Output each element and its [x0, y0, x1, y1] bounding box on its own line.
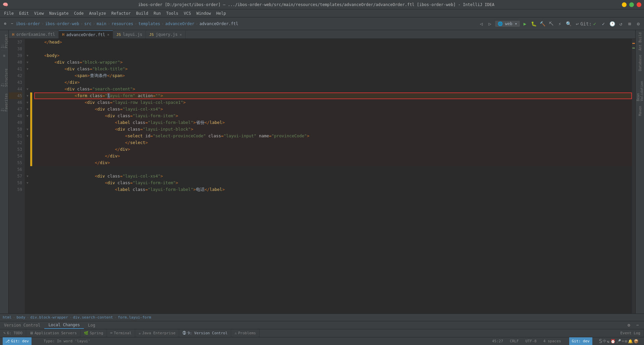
taskbar-problems[interactable]: ⚠ Problems: [231, 329, 260, 337]
taskbar-terminal[interactable]: ⌨ Terminal: [107, 329, 136, 337]
bottom-tab-log[interactable]: Log: [84, 322, 99, 329]
fold-btn-44[interactable]: ▼: [25, 86, 30, 92]
menu-navigate[interactable]: Navigate: [47, 10, 71, 16]
git-branch-bar[interactable]: Git: dev: [569, 337, 592, 345]
menu-file[interactable]: File: [1, 10, 16, 16]
build-button[interactable]: 🔨: [539, 20, 546, 27]
typo-warning[interactable]: Typo: In word 'layui': [42, 339, 92, 344]
profiler-button[interactable]: ⚡: [556, 20, 564, 27]
fold-btn-47[interactable]: ▼: [25, 106, 30, 113]
indent-settings[interactable]: 4 spaces: [542, 339, 562, 344]
maximize-button[interactable]: □: [629, 2, 634, 7]
tab-jqueryjs-close[interactable]: ✕: [179, 32, 182, 37]
vc-settings[interactable]: ⚙: [625, 322, 633, 329]
right-scrollbar[interactable]: [632, 39, 635, 314]
status-icon-4[interactable]: ⏰: [610, 339, 615, 344]
right-tab-database[interactable]: Database: [636, 53, 644, 73]
menu-help[interactable]: Help: [214, 10, 229, 16]
sidebar-icon-structure[interactable]: Z: Structure: [1, 67, 8, 87]
menu-build[interactable]: Build: [133, 10, 151, 16]
path-html[interactable]: html: [3, 315, 12, 320]
menu-tools[interactable]: Tools: [164, 10, 181, 16]
git-status[interactable]: ⎇ Git: dev: [3, 337, 32, 345]
run-button[interactable]: ▶: [521, 20, 529, 27]
code-content[interactable]: </head> <body> <div class="block-wrapper…: [33, 39, 632, 314]
git-button[interactable]: Git:: [582, 20, 590, 27]
tab-advanceorder[interactable]: H advanceOrder.ftl ✕: [59, 30, 113, 39]
search-button[interactable]: 🔍: [565, 20, 572, 27]
path-body[interactable]: body: [16, 315, 25, 320]
breadcrumb-resources[interactable]: resources: [111, 21, 133, 26]
sidebar-icon-project[interactable]: 1: Project: [1, 31, 8, 48]
coverage-button[interactable]: ⛏: [547, 20, 555, 27]
fold-btn-41[interactable]: ▼: [25, 66, 30, 72]
run-config-selector[interactable]: 🌐 web ▾: [495, 21, 520, 27]
taskbar-spring[interactable]: 🌿 Spring: [80, 329, 107, 337]
close-button[interactable]: ✕: [637, 2, 641, 7]
fold-btn-48[interactable]: ▼: [25, 113, 30, 119]
fold-btn-50[interactable]: ▼: [25, 126, 30, 133]
status-icon-3[interactable]: ☯: [607, 339, 609, 344]
debug-button[interactable]: 🐛: [530, 20, 537, 27]
menu-code[interactable]: Code: [71, 10, 87, 16]
taskbar-appservers[interactable]: 🖥 Application Servers: [26, 329, 80, 337]
breadcrumb-src[interactable]: src: [84, 21, 92, 26]
breadcrumb-templates[interactable]: templates: [138, 21, 160, 26]
fold-btn-55[interactable]: [25, 159, 30, 166]
taskbar-version-control[interactable]: ⓽ 9: Version Control: [179, 329, 231, 337]
tab-advanceorder-close[interactable]: ✕: [107, 32, 109, 37]
taskbar-java-enterprise[interactable]: ☕ Java Enterprise: [135, 329, 179, 337]
fold-btn-37[interactable]: [25, 39, 30, 46]
fold-btn-54[interactable]: [25, 153, 30, 159]
menu-vcs[interactable]: VCS: [181, 10, 194, 16]
status-icon-1[interactable]: S: [599, 338, 602, 344]
git-check[interactable]: ✓: [591, 20, 598, 27]
fold-btn-40[interactable]: ▼: [25, 59, 30, 66]
forward-button[interactable]: ▷: [486, 20, 494, 27]
menu-view[interactable]: View: [32, 10, 47, 16]
status-icon-5[interactable]: 🎤: [616, 339, 621, 344]
back-button[interactable]: ◁: [478, 20, 485, 27]
fold-btn-57[interactable]: ▼: [25, 173, 30, 180]
fold-btn-51[interactable]: ▼: [25, 133, 30, 139]
breadcrumb-module[interactable]: ibos-order-web: [45, 21, 79, 26]
toolbar-project-settings[interactable]: ⚙: [2, 20, 8, 27]
toolbar-collapse[interactable]: −: [9, 20, 15, 27]
status-icon-6[interactable]: ⌨: [622, 339, 624, 344]
menu-window[interactable]: Window: [194, 10, 213, 16]
right-tab-antbuild[interactable]: Ant Build: [636, 31, 644, 52]
charset[interactable]: UTF-8: [524, 339, 538, 344]
revert-button[interactable]: ↺: [617, 20, 625, 27]
fold-btn-49[interactable]: [25, 119, 30, 126]
fold-btn-56[interactable]: [25, 166, 30, 173]
fold-btn-38[interactable]: [25, 46, 30, 52]
cursor-position[interactable]: 45:27: [491, 339, 504, 344]
settings-button[interactable]: ⚙: [635, 20, 642, 27]
bottom-tab-vc[interactable]: Version Control: [0, 322, 44, 329]
fold-btn-42[interactable]: [25, 72, 30, 79]
taskbar-todo[interactable]: ✎ 6: TODO: [0, 329, 26, 337]
breadcrumb-file[interactable]: advanceOrder.ftl: [200, 21, 238, 26]
tab-layuijs[interactable]: JS layui.js: [113, 30, 146, 39]
status-icon-8[interactable]: 🔔: [628, 339, 633, 344]
history-button[interactable]: 🕐: [608, 20, 616, 27]
git-tick[interactable]: ✓: [600, 20, 607, 27]
right-tab-beanvalidation[interactable]: Bean Validation: [636, 74, 644, 101]
fold-btn-39[interactable]: ▼: [25, 52, 30, 59]
fold-btn-59[interactable]: [25, 186, 30, 193]
status-icon-7[interactable]: ⊞: [625, 339, 627, 344]
fold-btn-43[interactable]: [25, 79, 30, 86]
sidebar-icon-favorites[interactable]: 2: Favorites: [1, 94, 8, 111]
path-div-search-content[interactable]: div.search-content: [73, 315, 113, 320]
menu-refactor[interactable]: Refactor: [109, 10, 133, 16]
tab-orderexamine[interactable]: H orderExamine.ftl: [9, 30, 59, 39]
taskbar-event-log[interactable]: Event Log: [617, 329, 644, 337]
path-form-layui-form[interactable]: form.layui-form: [118, 315, 151, 320]
breadcrumb-advance-order[interactable]: advanceOrder: [165, 21, 195, 26]
path-div-block-wrapper[interactable]: div.block-wrapper: [30, 315, 68, 320]
vc-minimize[interactable]: −: [634, 322, 641, 329]
fold-btn-52[interactable]: [25, 139, 30, 146]
fold-btn-45[interactable]: ▼: [25, 92, 30, 99]
fold-btn-53[interactable]: [25, 146, 30, 153]
line-endings[interactable]: CRLF: [508, 339, 520, 344]
